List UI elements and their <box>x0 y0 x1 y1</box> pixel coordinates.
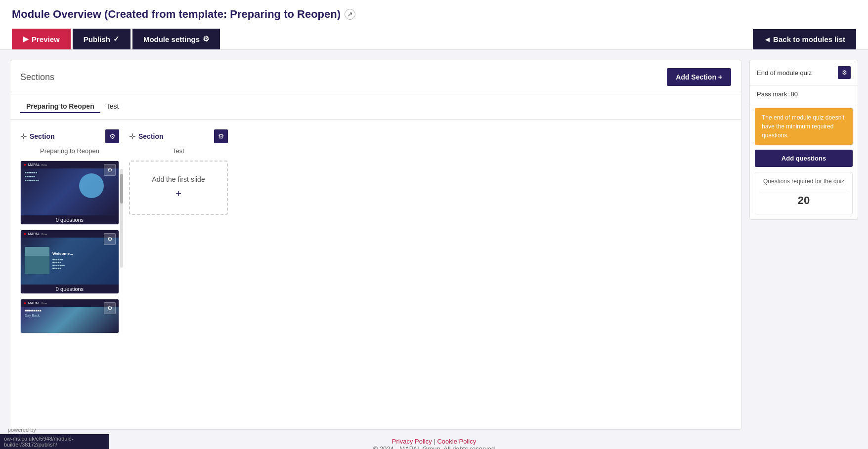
section-name-preparing: Preparing to Reopen <box>20 147 119 155</box>
section-header-test: ✛ Section ⚙ <box>129 129 228 143</box>
slide-card-1: ■ ■ ■ ■ ■ ■■■■■■■ ■■■■■■ ■■■■■■■■ ● MAPA… <box>20 161 119 225</box>
right-panel: End of module quiz ⚙ Pass mark: 80 The e… <box>749 60 858 430</box>
slide-3-gear-icon[interactable]: ⚙ <box>104 302 116 314</box>
expand-icon[interactable]: ↗ <box>345 9 355 20</box>
footer: Privacy Policy | Cookie Policy © 2024 - … <box>0 430 868 449</box>
tab-preparing-to-reopen[interactable]: Preparing to Reopen <box>20 100 100 113</box>
sections-title: Sections <box>20 72 54 82</box>
sections-panel: Sections Add Section + Preparing to Reop… <box>10 60 741 430</box>
questions-required-box: Questions required for the quiz 20 <box>755 172 853 214</box>
back-to-modules-button[interactable]: ◄ Back to modules list <box>753 29 856 49</box>
sections-content: ✛ Section ⚙ Preparing to Reopen ■ ■ ■ ■ <box>10 120 741 348</box>
section-header-preparing: ✛ Section ⚙ <box>20 129 119 143</box>
preview-button[interactable]: ▶ Preview <box>12 29 71 49</box>
page-title: Module Overview (Created from template: … <box>12 8 856 21</box>
settings-icon: ⚙ <box>203 35 209 43</box>
slide-2-questions-label: 0 questions <box>21 285 119 293</box>
slide-2-gear-icon[interactable]: ⚙ <box>104 233 116 245</box>
add-slide-plus-icon: + <box>175 187 181 201</box>
sections-header: Sections Add Section + <box>10 60 741 94</box>
powered-by-label: powered by <box>8 427 44 433</box>
checkmark-icon: ✓ <box>113 35 120 43</box>
section-scrollbar[interactable] <box>120 169 123 268</box>
add-first-slide-button[interactable]: Add the first slide + <box>129 161 228 215</box>
add-questions-button[interactable]: Add questions <box>755 150 853 167</box>
section-gear-button-preparing[interactable]: ⚙ <box>105 129 119 143</box>
pass-mark-row: Pass mark: 80 <box>750 85 858 103</box>
questions-required-label: Questions required for the quiz <box>760 177 847 186</box>
publish-button[interactable]: Publish ✓ <box>73 29 130 49</box>
tab-test[interactable]: Test <box>100 100 125 113</box>
quiz-card-header: End of module quiz ⚙ <box>750 60 858 85</box>
pass-mark-label: Pass mark: 80 <box>757 90 798 98</box>
slide-thumbnail-3: ● MAPAL flow ■■■■■■■■ Day Back ⚙ <box>21 299 119 333</box>
quiz-gear-button[interactable]: ⚙ <box>838 66 851 79</box>
slide-thumbnail-1: ■ ■ ■ ■ ■ ■■■■■■■ ■■■■■■ ■■■■■■■■ ● MAPA… <box>21 161 119 215</box>
quiz-card: End of module quiz ⚙ Pass mark: 80 The e… <box>749 60 858 220</box>
section-tabs: Preparing to Reopen Test <box>10 94 741 120</box>
quiz-title: End of module quiz <box>757 69 812 77</box>
slide-card-2: ● MAPAL flow Welcome... ■■■■■■ <box>20 230 119 294</box>
section-name-test: Test <box>129 147 228 155</box>
preview-icon: ▶ <box>23 35 29 43</box>
quiz-warning-box: The end of module quiz doesn't have the … <box>755 108 853 145</box>
cookie-policy-link[interactable]: Cookie Policy <box>437 438 476 445</box>
module-settings-button[interactable]: Module settings ⚙ <box>132 29 220 49</box>
section-column-preparing: ✛ Section ⚙ Preparing to Reopen ■ ■ ■ ■ <box>20 129 119 333</box>
section-gear-button-test[interactable]: ⚙ <box>214 129 228 143</box>
questions-required-value: 20 <box>760 190 847 209</box>
drag-handle-icon[interactable]: ✛ <box>20 132 27 141</box>
section-column-test: ✛ Section ⚙ Test Add the first slide + <box>129 129 228 338</box>
slide-1-questions-label: 0 questions <box>21 215 119 224</box>
slide-thumbnail-2: ● MAPAL flow Welcome... ■■■■■■ <box>21 230 119 285</box>
drag-handle-test-icon[interactable]: ✛ <box>129 132 135 141</box>
slide-1-gear-icon[interactable]: ⚙ <box>104 164 116 176</box>
privacy-policy-link[interactable]: Privacy Policy <box>392 438 432 445</box>
url-bar: ow-ms.co.uk/c/5948/module-builder/38172/… <box>0 434 109 449</box>
copyright: © 2024 - MAPAL Group. All rights reserve… <box>8 445 860 449</box>
add-section-button[interactable]: Add Section + <box>667 68 731 86</box>
slide-card-3: ● MAPAL flow ■■■■■■■■ Day Back ⚙ <box>20 299 119 333</box>
